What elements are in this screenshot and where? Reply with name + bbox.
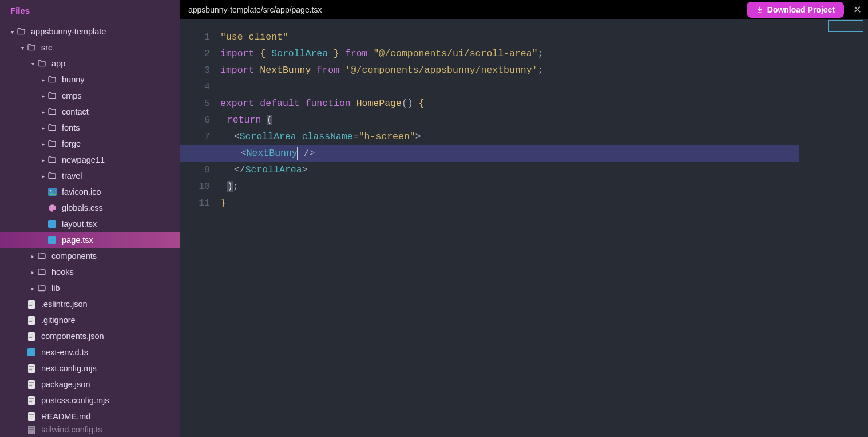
- svg-rect-15: [28, 332, 35, 341]
- tree-item-label: lib: [51, 284, 60, 293]
- line-number: 2: [180, 45, 210, 62]
- ts-icon: [26, 348, 37, 356]
- tree-item-label: .eslintrc.json: [41, 300, 88, 309]
- code-line[interactable]: );: [220, 178, 799, 195]
- folder-components[interactable]: ▸components: [0, 248, 180, 264]
- svg-rect-6: [48, 236, 56, 244]
- chevron-right-icon[interactable]: ▸: [39, 77, 47, 83]
- svg-rect-19: [27, 348, 35, 356]
- svg-rect-31: [29, 401, 32, 402]
- svg-rect-38: [29, 429, 34, 430]
- folder-icon: [37, 267, 47, 277]
- chevron-right-icon[interactable]: ▸: [29, 269, 37, 275]
- editor-pane: appsbunny-template/src/app/page.tsx Down…: [180, 0, 868, 437]
- svg-rect-22: [29, 368, 34, 368]
- chevron-right-icon[interactable]: ▸: [39, 109, 47, 115]
- chevron-right-icon[interactable]: ▸: [39, 157, 47, 163]
- folder-forge[interactable]: ▸forge: [0, 136, 180, 152]
- folder-cmps[interactable]: ▸cmps: [0, 88, 180, 104]
- file-next-config-mjs[interactable]: next.config.mjs: [0, 360, 180, 376]
- chevron-down-icon[interactable]: ▾: [29, 61, 37, 67]
- folder-lib[interactable]: ▸lib: [0, 280, 180, 296]
- file-next-env-d-ts[interactable]: next-env.d.ts: [0, 344, 180, 360]
- doc-icon: [26, 396, 37, 405]
- line-number: 3: [180, 62, 210, 78]
- doc-icon: [26, 412, 37, 421]
- svg-rect-8: [29, 302, 34, 302]
- folder-icon: [16, 27, 26, 36]
- svg-rect-18: [29, 337, 32, 338]
- file-package-json[interactable]: package.json: [0, 376, 180, 392]
- tree-item-label: next-env.d.ts: [41, 348, 88, 357]
- folder-icon: [47, 107, 57, 116]
- tree-item-label: contact: [62, 107, 89, 116]
- file-tree: ▾appsbunny-template▾src▾app▸bunny▸cmps▸c…: [0, 21, 180, 437]
- code-line[interactable]: </ScrollArea>: [220, 162, 799, 178]
- folder-icon: [37, 251, 47, 261]
- file-globals-css[interactable]: globals.css: [0, 200, 180, 216]
- chevron-down-icon[interactable]: ▾: [8, 29, 16, 35]
- chevron-right-icon[interactable]: ▸: [29, 285, 37, 292]
- file--gitignore[interactable]: .gitignore: [0, 312, 180, 328]
- tree-item-label: next.config.mjs: [41, 364, 97, 373]
- tree-item-label: globals.css: [62, 203, 103, 212]
- chevron-right-icon[interactable]: ▸: [39, 141, 47, 147]
- file-components-json[interactable]: components.json: [0, 328, 180, 344]
- folder-app[interactable]: ▾app: [0, 56, 180, 72]
- tree-item-label: README.md: [41, 412, 90, 421]
- folder-contact[interactable]: ▸contact: [0, 104, 180, 120]
- code-line[interactable]: [220, 78, 799, 95]
- file--eslintrc-json[interactable]: .eslintrc.json: [0, 296, 180, 312]
- chevron-right-icon[interactable]: ▸: [39, 125, 47, 131]
- folder-newpage11[interactable]: ▸newpage11: [0, 152, 180, 168]
- svg-rect-13: [29, 320, 34, 320]
- code-line[interactable]: <NextBunny />: [220, 145, 799, 162]
- close-icon[interactable]: ✕: [851, 3, 863, 16]
- code-line[interactable]: }: [220, 195, 799, 211]
- chevron-right-icon[interactable]: ▸: [39, 93, 47, 99]
- line-number-gutter: 1234567891011: [180, 29, 220, 437]
- code-line[interactable]: <ScrollArea className="h-screen">: [220, 128, 799, 145]
- code-editor[interactable]: 1234567891011 "use client"import { Scrol…: [180, 19, 868, 437]
- file-page-tsx[interactable]: page.tsx: [0, 232, 180, 248]
- file-layout-tsx[interactable]: layout.tsx: [0, 216, 180, 232]
- download-project-button[interactable]: Download Project: [747, 2, 844, 18]
- folder-fonts[interactable]: ▸fonts: [0, 120, 180, 136]
- tree-item-label: cmps: [62, 91, 82, 100]
- svg-rect-39: [29, 431, 32, 431]
- code-line[interactable]: return (: [220, 112, 799, 128]
- chevron-down-icon[interactable]: ▾: [18, 45, 26, 51]
- file-postcss-config-mjs[interactable]: postcss.config.mjs: [0, 392, 180, 408]
- chevron-right-icon[interactable]: ▸: [39, 173, 47, 179]
- folder-hooks[interactable]: ▸hooks: [0, 264, 180, 280]
- download-icon: [756, 6, 764, 14]
- file-readme-md[interactable]: README.md: [0, 408, 180, 424]
- code-line[interactable]: export default function HomePage() {: [220, 95, 799, 112]
- line-number: 4: [180, 78, 210, 95]
- tree-item-label: src: [41, 43, 52, 52]
- line-number: 5: [180, 95, 210, 112]
- svg-rect-23: [29, 369, 32, 370]
- chevron-right-icon[interactable]: ▸: [29, 253, 37, 259]
- code-line[interactable]: import { ScrollArea } from "@/components…: [220, 45, 799, 62]
- download-project-label: Download Project: [767, 5, 835, 14]
- file-favicon-ico[interactable]: favicon.ico: [0, 184, 180, 200]
- tree-item-label: layout.tsx: [62, 219, 97, 229]
- folder-icon: [47, 123, 57, 132]
- doc-icon: [26, 300, 37, 309]
- svg-point-3: [51, 206, 52, 207]
- folder-appsbunny-template[interactable]: ▾appsbunny-template: [0, 23, 180, 40]
- file-explorer-sidebar: Files ▾appsbunny-template▾src▾app▸bunny▸…: [0, 0, 180, 437]
- svg-rect-37: [29, 427, 34, 428]
- code-line[interactable]: import NextBunny from '@/components/apps…: [220, 62, 799, 78]
- svg-rect-32: [28, 412, 35, 421]
- svg-rect-26: [29, 384, 34, 384]
- svg-rect-12: [29, 318, 34, 318]
- folder-bunny[interactable]: ▸bunny: [0, 72, 180, 88]
- file-tailwind-config-ts[interactable]: tailwind.config.ts: [0, 424, 180, 435]
- folder-travel[interactable]: ▸travel: [0, 168, 180, 184]
- folder-src[interactable]: ▾src: [0, 40, 180, 56]
- code-content[interactable]: "use client"import { ScrollArea } from "…: [220, 29, 868, 437]
- svg-rect-30: [29, 400, 34, 400]
- code-line[interactable]: "use client": [220, 29, 799, 45]
